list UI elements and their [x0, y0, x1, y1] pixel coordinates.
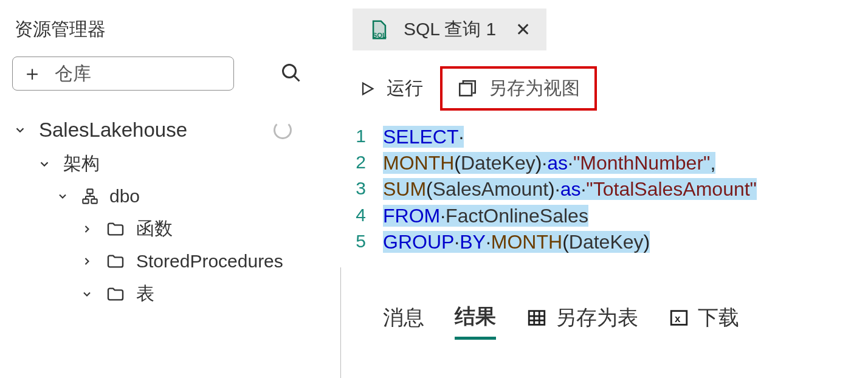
line-number: 3: [346, 176, 383, 201]
query-tab[interactable]: SQL SQL 查询 1 ✕: [353, 9, 546, 50]
schema-group-label: 架构: [63, 151, 100, 176]
search-icon: [280, 62, 302, 84]
excel-icon: x: [669, 308, 689, 328]
loading-spinner-icon: [274, 121, 292, 139]
search-button[interactable]: [277, 58, 306, 89]
save-table-label: 另存为表: [556, 304, 638, 332]
sql-file-icon: SQL: [368, 19, 390, 40]
results-tabs: 消息 结果 另存为表 x 下载: [340, 292, 868, 340]
tree-dbo-row[interactable]: dbo: [12, 181, 328, 211]
code-line: 4 FROM·FactOnlineSales: [346, 203, 856, 229]
explorer-tree: SalesLakehouse 架构 dbo 函数: [12, 114, 328, 311]
code-line: 1 SELECT·: [346, 124, 856, 150]
line-number: 4: [346, 203, 383, 228]
editor-toolbar: 运行 另存为视图: [340, 50, 868, 122]
storedprocedures-label: StoredProcedures: [136, 251, 283, 272]
svg-marker-10: [363, 83, 373, 94]
download-button[interactable]: x 下载: [669, 304, 739, 338]
save-view-label: 另存为视图: [489, 76, 580, 101]
close-icon[interactable]: ✕: [515, 19, 531, 40]
tab-label: SQL 查询 1: [404, 17, 496, 42]
explorer-search-row: ＋ 仓库: [12, 57, 328, 91]
svg-rect-12: [529, 311, 545, 325]
dbo-label: dbo: [109, 186, 140, 207]
messages-tab[interactable]: 消息: [383, 304, 424, 338]
editor-panel: SQL SQL 查询 1 ✕ 运行 另存为视图 1 SELECT· 2 MONT…: [340, 0, 868, 378]
line-number: 5: [346, 229, 383, 254]
results-label: 结果: [455, 303, 496, 331]
table-icon: [526, 308, 547, 328]
tree-schema-row[interactable]: 架构: [12, 146, 328, 181]
svg-rect-4: [91, 199, 97, 204]
divider: [340, 267, 341, 378]
folder-icon: [106, 284, 125, 304]
functions-label: 函数: [136, 216, 173, 241]
sql-editor[interactable]: 1 SELECT· 2 MONTH(DateKey)·as·"MonthNumb…: [340, 122, 868, 261]
line-number: 1: [346, 124, 383, 149]
save-view-icon: [457, 78, 478, 99]
explorer-title: 资源管理器: [15, 17, 328, 42]
svg-text:x: x: [675, 314, 681, 325]
svg-line-1: [294, 75, 300, 81]
plus-icon: ＋: [22, 60, 43, 88]
database-label: SalesLakehouse: [39, 119, 187, 142]
tree-storedprocedures-row[interactable]: StoredProcedures: [12, 246, 328, 277]
results-tab[interactable]: 结果: [455, 303, 496, 340]
run-label: 运行: [387, 76, 423, 101]
save-as-table-button[interactable]: 另存为表: [526, 304, 638, 338]
chevron-right-icon: [79, 221, 95, 237]
tables-label: 表: [136, 281, 154, 306]
tree-database-row[interactable]: SalesLakehouse: [12, 114, 328, 146]
schema-icon: [81, 188, 98, 205]
line-number: 2: [346, 150, 383, 175]
code-line: 3 SUM(SalesAmount)·as·"TotalSalesAmount": [346, 176, 856, 202]
svg-rect-11: [460, 83, 472, 95]
chevron-down-icon: [36, 156, 52, 172]
tree-functions-row[interactable]: 函数: [12, 211, 328, 246]
chevron-down-icon: [79, 286, 95, 302]
play-icon: [359, 80, 376, 97]
new-warehouse-button[interactable]: ＋ 仓库: [12, 57, 234, 91]
svg-rect-3: [83, 199, 88, 204]
folder-icon: [106, 219, 125, 239]
run-button[interactable]: 运行: [359, 76, 423, 101]
new-warehouse-label: 仓库: [55, 61, 91, 86]
messages-label: 消息: [383, 304, 424, 332]
code-line: 5 GROUP·BY·MONTH(DateKey): [346, 229, 856, 255]
code-line: 2 MONTH(DateKey)·as·"MonthNumber",: [346, 150, 856, 176]
svg-point-0: [283, 64, 296, 77]
chevron-down-icon: [55, 188, 71, 204]
folder-icon: [106, 252, 125, 271]
tree-tables-row[interactable]: 表: [12, 277, 328, 311]
svg-rect-2: [87, 189, 92, 193]
save-as-view-button[interactable]: 另存为视图: [440, 66, 597, 111]
chevron-right-icon: [79, 253, 95, 269]
chevron-down-icon: [12, 122, 28, 138]
tab-bar: SQL SQL 查询 1 ✕: [340, 0, 868, 50]
download-label: 下载: [698, 304, 739, 332]
explorer-panel: 资源管理器 ＋ 仓库 SalesLakehouse 架构: [0, 0, 340, 378]
svg-text:SQL: SQL: [373, 31, 387, 38]
